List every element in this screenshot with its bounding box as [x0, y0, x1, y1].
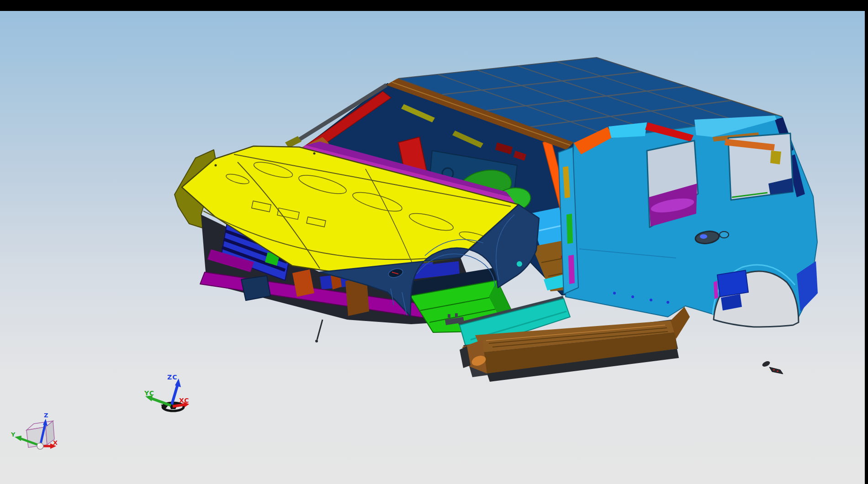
mud-flap [241, 276, 270, 300]
detached-parts[interactable] [762, 360, 783, 374]
view-cube[interactable]: Z Y X [11, 412, 58, 449]
quarter-window-2[interactable] [725, 133, 793, 200]
origin-sphere [37, 443, 43, 449]
xc-axis-label: XC [179, 397, 190, 404]
quarter-window-1[interactable] [647, 141, 698, 227]
yc-axis-label: YC [144, 389, 154, 397]
x-axis-label: X [53, 439, 58, 446]
cad-window: ZC YC XC Z Y X [0, 0, 868, 484]
y-axis-label: Y [11, 431, 16, 438]
z-axis-label: Z [44, 412, 48, 419]
wcs-triad[interactable]: ZC YC XC [144, 374, 190, 411]
viewport-canvas[interactable]: ZC YC XC Z Y X [0, 0, 868, 484]
body-side-rear[interactable] [566, 115, 818, 327]
zc-axis-label: ZC [167, 374, 177, 381]
car-model[interactable] [175, 58, 818, 382]
